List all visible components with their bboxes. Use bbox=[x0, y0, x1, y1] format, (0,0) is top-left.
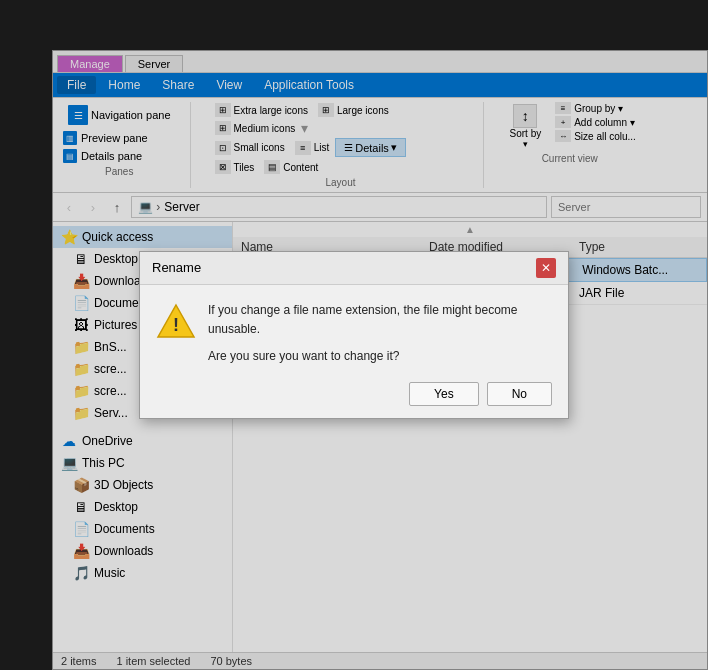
dialog-message: If you change a file name extension, the… bbox=[208, 301, 552, 367]
dialog-body: ! If you change a file name extension, t… bbox=[140, 285, 568, 375]
dialog-close-btn[interactable]: ✕ bbox=[536, 258, 556, 278]
warning-icon: ! bbox=[156, 301, 196, 341]
rename-dialog: Rename ✕ ! If you change a file name ext… bbox=[139, 251, 569, 420]
dialog-title-bar: Rename ✕ bbox=[140, 252, 568, 285]
yes-button[interactable]: Yes bbox=[409, 382, 479, 406]
dialog-buttons: Yes No bbox=[140, 374, 568, 418]
dialog-line1: If you change a file name extension, the… bbox=[208, 301, 552, 339]
dialog-title: Rename bbox=[152, 260, 201, 275]
svg-text:!: ! bbox=[173, 315, 179, 335]
dialog-line2: Are you sure you want to change it? bbox=[208, 347, 552, 366]
dialog-overlay: Rename ✕ ! If you change a file name ext… bbox=[0, 0, 708, 670]
no-button[interactable]: No bbox=[487, 382, 552, 406]
